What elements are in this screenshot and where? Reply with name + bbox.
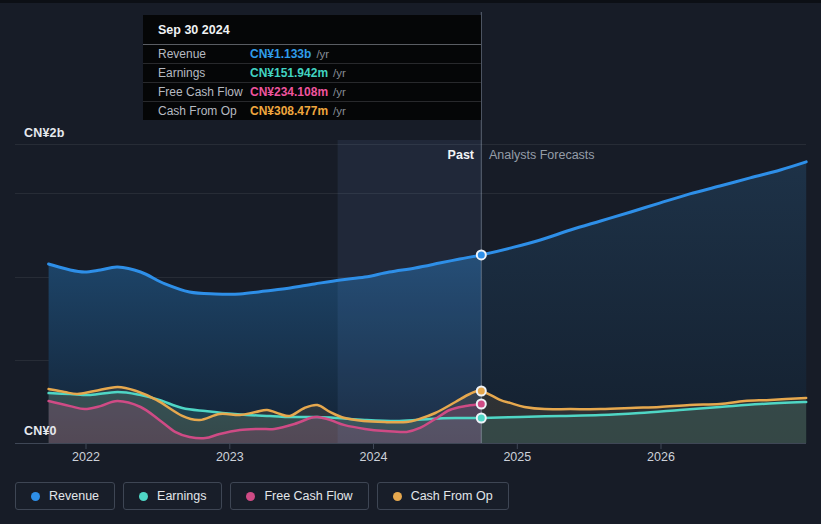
- tooltip-label: Free Cash Flow: [158, 85, 250, 99]
- legend-label: Cash From Op: [411, 489, 493, 503]
- tooltip-label: Revenue: [158, 47, 250, 61]
- tooltip-value: CN¥1.133b: [250, 47, 311, 61]
- tooltip-row-cash-from-op: Cash From Op CN¥308.477m /yr: [143, 101, 481, 120]
- cash-from-op-dot-icon: [393, 492, 402, 501]
- free-cash-flow-dot-icon: [246, 492, 255, 501]
- x-axis-tick-label: 2022: [72, 450, 100, 464]
- x-axis-tick-label: 2024: [360, 450, 388, 464]
- tooltip-suffix: /yr: [316, 48, 329, 60]
- tooltip-date: Sep 30 2024: [143, 15, 481, 45]
- chart-tooltip: Sep 30 2024 Revenue CN¥1.133b /yr Earnin…: [143, 15, 481, 120]
- legend-label: Free Cash Flow: [264, 489, 352, 503]
- x-axis-tick-label: 2026: [647, 450, 675, 464]
- tooltip-label: Earnings: [158, 66, 250, 80]
- tooltip-suffix: /yr: [333, 67, 346, 79]
- tooltip-row-free-cash-flow: Free Cash Flow CN¥234.108m /yr: [143, 82, 481, 101]
- tooltip-suffix: /yr: [333, 105, 346, 117]
- tooltip-label: Cash From Op: [158, 104, 250, 118]
- data-point-marker: [477, 414, 486, 423]
- legend-item-free-cash-flow[interactable]: Free Cash Flow: [230, 482, 368, 510]
- legend-item-earnings[interactable]: Earnings: [123, 482, 222, 510]
- legend-label: Earnings: [157, 489, 206, 503]
- tooltip-value: CN¥308.477m: [250, 104, 328, 118]
- data-point-marker: [477, 250, 486, 259]
- analysts-forecasts-label: Analysts Forecasts: [489, 148, 595, 162]
- x-axis: 20222023202420252026: [15, 444, 806, 465]
- data-point-marker: [477, 387, 486, 396]
- tooltip-value: CN¥151.942m: [250, 66, 328, 80]
- highlight-band: [338, 140, 482, 443]
- x-axis-tick-label: 2023: [216, 450, 244, 464]
- y-axis-label-bottom: CN¥0: [24, 424, 57, 438]
- tooltip-value: CN¥234.108m: [250, 85, 328, 99]
- tooltip-suffix: /yr: [333, 86, 346, 98]
- y-axis-label-top: CN¥2b: [24, 126, 65, 140]
- legend-item-revenue[interactable]: Revenue: [15, 482, 115, 510]
- x-axis-tick-label: 2025: [503, 450, 531, 464]
- earnings-dot-icon: [139, 492, 148, 501]
- revenue-dot-icon: [31, 492, 40, 501]
- legend-label: Revenue: [49, 489, 99, 503]
- past-label: Past: [380, 148, 474, 162]
- data-point-marker: [477, 400, 486, 409]
- chart-root: 20222023202420252026 CN¥2b CN¥0 Past Ana…: [0, 0, 821, 524]
- chart-legend: Revenue Earnings Free Cash Flow Cash Fro…: [15, 482, 509, 510]
- tooltip-row-earnings: Earnings CN¥151.942m /yr: [143, 63, 481, 82]
- tooltip-row-revenue: Revenue CN¥1.133b /yr: [143, 45, 481, 63]
- legend-item-cash-from-op[interactable]: Cash From Op: [377, 482, 509, 510]
